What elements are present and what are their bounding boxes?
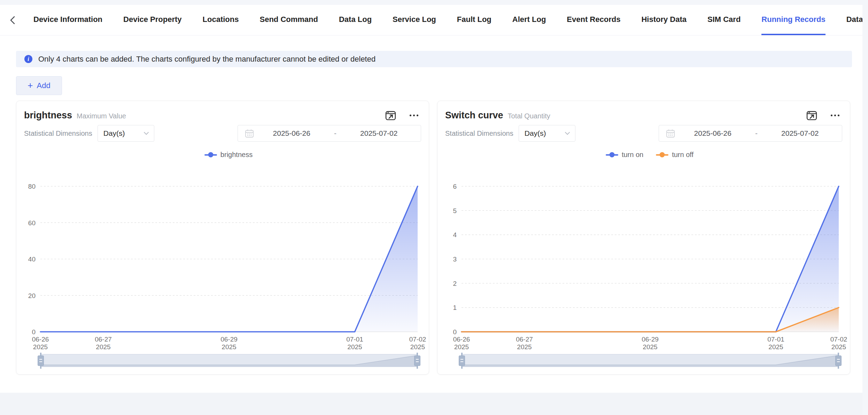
date-range-picker[interactable]: 2025-06-26 - 2025-07-02 (659, 125, 842, 142)
svg-text:80: 80 (28, 183, 36, 190)
svg-text:60: 60 (28, 219, 36, 227)
chart-card-switch-curve: Switch curve Total Quantity Statistical … (437, 101, 850, 375)
svg-text:06-27: 06-27 (516, 336, 533, 343)
svg-text:4: 4 (453, 231, 457, 238)
chart-legend: brightness (16, 147, 429, 162)
date-to-value: 2025-07-02 (341, 129, 417, 138)
date-from-value: 2025-06-26 (254, 129, 330, 138)
svg-text:06-26: 06-26 (453, 336, 470, 343)
legend-marker (204, 152, 217, 157)
date-separator: - (751, 129, 762, 138)
svg-text:2025: 2025 (347, 343, 362, 351)
calendar-icon (666, 129, 675, 138)
info-banner: i Only 4 charts can be added. The charts… (16, 51, 852, 67)
page-bottom-gutter (0, 393, 868, 415)
legend-marker (606, 152, 618, 157)
add-button-label: Add (37, 81, 51, 90)
tab-fault-log[interactable]: Fault Log (457, 5, 491, 35)
tab-service-log[interactable]: Service Log (393, 5, 436, 35)
chart-title: Switch curve (445, 110, 503, 121)
tabs: Device InformationDevice PropertyLocatio… (33, 5, 868, 35)
date-separator: - (330, 129, 341, 138)
export-icon[interactable] (806, 110, 817, 121)
date-from-value: 2025-06-26 (675, 129, 751, 138)
chevron-down-icon (565, 132, 570, 135)
svg-text:07-02: 07-02 (409, 336, 426, 343)
chart-title: brightness (24, 110, 72, 121)
tab-device-property[interactable]: Device Property (123, 5, 182, 35)
add-chart-button[interactable]: + Add (16, 76, 62, 95)
tab-running-records[interactable]: Running Records (761, 5, 825, 35)
export-icon[interactable] (385, 110, 396, 121)
svg-text:06-27: 06-27 (95, 336, 112, 343)
dimension-label: Statistical Dimensions (445, 130, 513, 138)
dimension-select[interactable]: Day(s) (98, 125, 154, 142)
tab-history-data[interactable]: History Data (641, 5, 687, 35)
chart-cards-row: brightness Maximum Value Statistical Dim… (16, 101, 850, 375)
svg-text:1: 1 (453, 304, 457, 311)
svg-text:2025: 2025 (454, 343, 469, 351)
svg-text:2025: 2025 (410, 343, 425, 351)
info-icon: i (24, 55, 32, 63)
svg-text:5: 5 (453, 207, 457, 214)
chart-legend: turn onturn off (437, 147, 850, 162)
legend-marker (656, 152, 668, 157)
dimension-label: Statistical Dimensions (24, 130, 92, 138)
card-header: Switch curve Total Quantity (445, 109, 839, 122)
legend-item-turn-off[interactable]: turn off (656, 151, 693, 159)
svg-text:6: 6 (453, 183, 457, 190)
legend-item-brightness[interactable]: brightness (204, 151, 253, 159)
data-zoom-slider[interactable] (40, 354, 418, 367)
svg-text:0: 0 (32, 328, 36, 336)
svg-text:2025: 2025 (643, 343, 657, 351)
tab-locations[interactable]: Locations (203, 5, 239, 35)
svg-text:06-29: 06-29 (642, 336, 659, 343)
chevron-left-icon (8, 14, 18, 26)
chart-controls: Statistical Dimensions Day(s) (24, 125, 421, 142)
card-header: brightness Maximum Value (24, 109, 418, 122)
data-zoom-slider[interactable] (462, 354, 839, 367)
legend-label: turn on (622, 151, 643, 159)
dimension-select[interactable]: Day(s) (519, 125, 575, 142)
svg-text:2: 2 (453, 280, 457, 287)
chart-card-brightness: brightness Maximum Value Statistical Dim… (16, 101, 429, 375)
svg-text:2025: 2025 (33, 343, 48, 351)
svg-text:2025: 2025 (768, 343, 783, 351)
tab-send-command[interactable]: Send Command (259, 5, 318, 35)
svg-text:2025: 2025 (831, 343, 846, 351)
legend-label: brightness (220, 151, 253, 159)
chart-controls: Statistical Dimensions Day(s) (445, 125, 842, 142)
svg-text:2025: 2025 (517, 343, 532, 351)
svg-text:40: 40 (28, 256, 36, 263)
line-chart-brightness: 02040608006-26202506-27202506-29202507-0… (16, 169, 429, 352)
svg-text:07-01: 07-01 (767, 336, 784, 343)
svg-text:2025: 2025 (96, 343, 110, 351)
dimension-select-value: Day(s) (103, 129, 125, 138)
more-options-icon[interactable] (831, 115, 839, 116)
page-scrollbar-gutter[interactable] (862, 0, 868, 415)
more-options-icon[interactable] (410, 115, 418, 116)
tab-alert-log[interactable]: Alert Log (512, 5, 546, 35)
tab-sim-card[interactable]: SIM Card (707, 5, 741, 35)
legend-item-turn-on[interactable]: turn on (606, 151, 643, 159)
calendar-icon (245, 129, 254, 138)
svg-text:3: 3 (453, 256, 457, 263)
back-button[interactable] (8, 5, 18, 35)
svg-text:06-29: 06-29 (220, 336, 238, 343)
chart-metric-subtitle: Total Quantity (508, 110, 550, 120)
svg-text:06-26: 06-26 (32, 336, 49, 343)
tab-data-log[interactable]: Data Log (339, 5, 372, 35)
date-to-value: 2025-07-02 (762, 129, 838, 138)
svg-text:2025: 2025 (222, 343, 236, 351)
plus-icon: + (28, 81, 33, 90)
tab-event-records[interactable]: Event Records (567, 5, 620, 35)
chevron-down-icon (144, 132, 149, 135)
svg-text:07-01: 07-01 (346, 336, 363, 343)
dimension-select-value: Day(s) (525, 129, 546, 138)
tab-device-information[interactable]: Device Information (33, 5, 102, 35)
svg-text:07-02: 07-02 (830, 336, 847, 343)
legend-label: turn off (672, 151, 693, 159)
chart-metric-subtitle: Maximum Value (77, 110, 126, 120)
date-range-picker[interactable]: 2025-06-26 - 2025-07-02 (238, 125, 421, 142)
page-top-gutter (0, 0, 868, 5)
